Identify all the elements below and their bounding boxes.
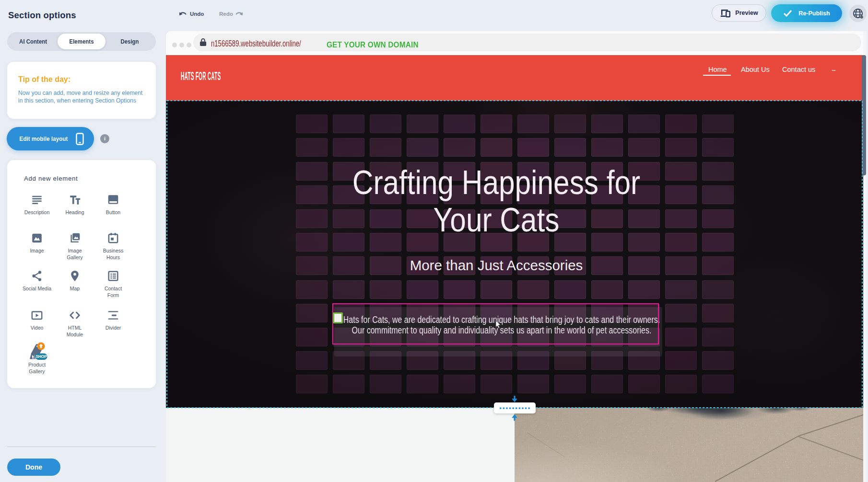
svg-text:SHOP: SHOP — [35, 354, 47, 359]
